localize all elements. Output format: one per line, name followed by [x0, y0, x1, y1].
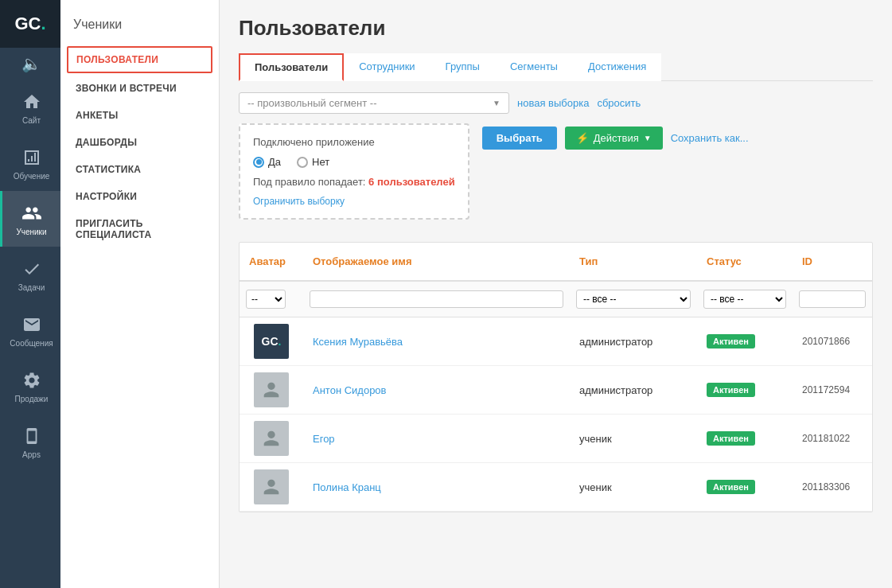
- actions-button[interactable]: ⚡ Действия ▼: [565, 127, 663, 150]
- user-id-cell-3: 201183306: [793, 473, 872, 500]
- tasks-icon: [21, 258, 43, 280]
- table-row: Егор ученик Активен 201181022: [240, 415, 872, 463]
- nav-item-learning[interactable]: Обучение: [0, 135, 60, 191]
- avatar-logo-text: GC.: [262, 335, 282, 348]
- user-status-cell-1: Активен: [697, 375, 793, 405]
- col-header-name: Отображаемое имя: [303, 251, 570, 272]
- avatar-cell-1: [240, 366, 303, 414]
- user-name-cell-1: Антон Сидоров: [303, 376, 570, 404]
- user-link-0[interactable]: Ксения Муравьёва: [313, 336, 403, 348]
- filter-result: Под правило попадает: 6 пользователей: [253, 176, 455, 188]
- tab-achievements[interactable]: Достижения: [573, 53, 661, 81]
- sidebar-item-statistics[interactable]: СТАТИСТИКА: [60, 156, 219, 183]
- nav-item-volume[interactable]: 🔈: [0, 48, 60, 80]
- user-id-cell-2: 201181022: [793, 425, 872, 452]
- sidebar: Ученики ПОЛЬЗОВАТЕЛИ ЗВОНКИ И ВСТРЕЧИ АН…: [60, 0, 220, 588]
- nav-item-tasks[interactable]: Задачи: [0, 247, 60, 302]
- avatar-cell-3: [240, 463, 303, 511]
- tab-segments[interactable]: Сегменты: [495, 53, 573, 81]
- status-badge-3: Активен: [707, 480, 755, 494]
- filter-status-select[interactable]: -- все --: [703, 290, 786, 309]
- nav-item-messages[interactable]: Сообщения: [0, 302, 60, 358]
- segment-select[interactable]: -- произвольный сегмент -- ▼: [239, 92, 509, 114]
- user-type-cell-0: администратор: [570, 328, 697, 356]
- home-icon: [21, 91, 43, 113]
- col-header-type: Тип: [570, 251, 697, 272]
- segment-select-text: -- произвольный сегмент --: [247, 97, 493, 109]
- table-filter-row: -- -- все -- -- все --: [240, 282, 872, 317]
- user-status-cell-0: Активен: [697, 326, 793, 356]
- filter-result-text: Под правило попадает:: [253, 176, 365, 188]
- tabs: Пользователи Сотрудники Группы Сегменты …: [239, 53, 873, 81]
- user-status-cell-2: Активен: [697, 423, 793, 454]
- status-badge-2: Активен: [707, 431, 755, 446]
- filter-id-input[interactable]: [799, 290, 866, 308]
- logo-dot: .: [41, 14, 45, 34]
- restrict-link[interactable]: Ограничить выборку: [253, 196, 455, 207]
- radio-yes-label: Да: [268, 156, 281, 168]
- nav-label-tasks: Задачи: [18, 283, 45, 292]
- nav-item-apps[interactable]: Apps: [0, 414, 60, 469]
- user-type-cell-1: администратор: [570, 376, 697, 404]
- user-link-2[interactable]: Егор: [313, 433, 335, 445]
- sidebar-item-invite[interactable]: ПРИГЛАСИТЬ СПЕЦИАЛИСТА: [60, 210, 219, 248]
- filter-box: Подключено приложение Да Нет Под правило…: [239, 123, 469, 220]
- sidebar-item-dashboards[interactable]: ДАШБОРДЫ: [60, 129, 219, 156]
- sidebar-item-settings[interactable]: НАСТРОЙКИ: [60, 183, 219, 210]
- select-button[interactable]: Выбрать: [482, 127, 557, 150]
- avatar-person-2: [254, 421, 289, 456]
- user-link-1[interactable]: Антон Сидоров: [313, 384, 387, 396]
- nav-item-sales[interactable]: Продажи: [0, 358, 60, 414]
- page-title: Пользователи: [239, 16, 873, 41]
- reset-link[interactable]: сбросить: [597, 97, 641, 109]
- sidebar-item-users[interactable]: ПОЛЬЗОВАТЕЛИ: [67, 46, 212, 73]
- user-name-cell-2: Егор: [303, 425, 570, 453]
- avatar-person-1: [254, 372, 289, 407]
- avatar-cell-0: GC.: [240, 317, 303, 365]
- gear-icon: [21, 369, 43, 391]
- nav-item-site[interactable]: Сайт: [0, 80, 60, 135]
- user-name-cell-3: Полина Кранц: [303, 473, 570, 501]
- logo[interactable]: GC.: [0, 0, 60, 48]
- main-content: Пользователи Пользователи Сотрудники Гру…: [220, 0, 892, 588]
- filter-label: Подключено приложение: [253, 136, 455, 148]
- filter-type-select[interactable]: -- все --: [576, 290, 691, 309]
- sidebar-item-surveys[interactable]: АНКЕТЫ: [60, 102, 219, 129]
- radio-yes[interactable]: Да: [253, 156, 281, 168]
- nav-label-messages: Сообщения: [10, 339, 53, 348]
- tab-employees[interactable]: Сотрудники: [344, 53, 430, 81]
- nav-item-students[interactable]: Ученики: [0, 191, 60, 247]
- nav-label-apps: Apps: [22, 450, 41, 459]
- filter-name-input[interactable]: [310, 290, 563, 308]
- radio-no-circle: [297, 157, 308, 168]
- chart-icon: [21, 146, 43, 169]
- user-id-cell-0: 201071866: [793, 328, 872, 355]
- chevron-down-icon: ▼: [493, 99, 501, 107]
- filter-avatar-cell: --: [240, 286, 303, 312]
- volume-icon: 🔈: [21, 53, 43, 75]
- mobile-icon: [21, 425, 43, 447]
- save-as-link[interactable]: Сохранить как...: [671, 132, 749, 144]
- sidebar-item-calls[interactable]: ЗВОНКИ И ВСТРЕЧИ: [60, 75, 219, 102]
- icon-nav: GC. 🔈 Сайт Обучение Ученики Задачи Сообщ…: [0, 0, 60, 588]
- new-selection-link[interactable]: новая выборка: [517, 97, 589, 109]
- user-type-cell-3: ученик: [570, 473, 697, 501]
- user-type-cell-2: ученик: [570, 425, 697, 453]
- radio-group: Да Нет: [253, 156, 455, 168]
- tab-groups[interactable]: Группы: [430, 53, 495, 81]
- table-header-row: Аватар Отображаемое имя Тип Статус ID: [240, 243, 872, 282]
- segment-bar: -- произвольный сегмент -- ▼ новая выбор…: [239, 92, 873, 114]
- col-header-status: Статус: [697, 251, 793, 272]
- action-bar: Выбрать ⚡ Действия ▼ Сохранить как...: [482, 127, 749, 150]
- filter-result-link[interactable]: 6 пользователей: [368, 176, 455, 188]
- radio-no[interactable]: Нет: [297, 156, 329, 168]
- tab-users[interactable]: Пользователи: [239, 53, 344, 81]
- user-link-3[interactable]: Полина Кранц: [313, 481, 381, 493]
- students-icon: [21, 202, 43, 224]
- filter-type-cell: -- все --: [570, 286, 697, 312]
- filter-avatar-select[interactable]: --: [246, 290, 286, 309]
- actions-arrow-icon: ▼: [644, 134, 652, 142]
- filter-id-cell: [793, 286, 872, 312]
- avatar-person-3: [254, 469, 289, 504]
- avatar-cell-2: [240, 415, 303, 462]
